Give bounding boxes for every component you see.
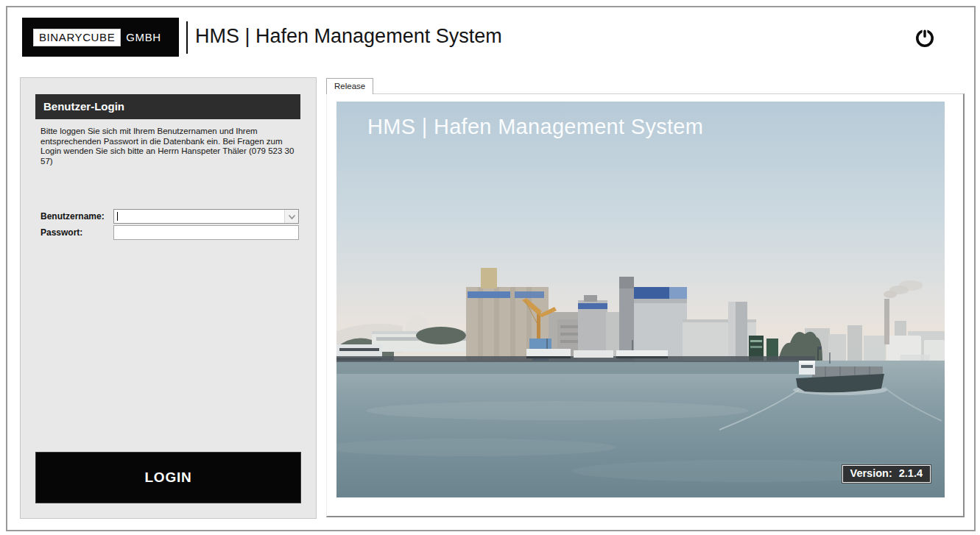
username-dropdown-button[interactable]: [284, 210, 298, 223]
login-instructions: Bitte loggen Sie sich mit Ihrem Benutzer…: [40, 127, 301, 166]
login-button[interactable]: LOGIN: [35, 452, 301, 503]
version-label: Version:: [850, 467, 892, 479]
login-panel-title: Benutzer-Login: [35, 94, 300, 119]
tab-release[interactable]: Release: [326, 78, 373, 94]
power-icon: [914, 40, 936, 52]
logo-primary-text: BINARYCUBE: [33, 29, 121, 46]
username-input[interactable]: [114, 210, 284, 223]
username-label: Benutzername:: [40, 211, 105, 222]
username-combobox[interactable]: [113, 209, 299, 224]
hero-overlay-title: HMS | Hafen Management System: [367, 115, 703, 139]
password-label: Passwort:: [40, 227, 82, 238]
page-title: HMS | Hafen Management System: [195, 25, 502, 48]
version-badge: Version: 2.1.4: [842, 465, 931, 483]
hero-image: HMS | Hafen Management System Version: 2…: [336, 102, 945, 497]
version-value: 2.1.4: [899, 467, 923, 479]
logo-secondary-text: GMBH: [126, 31, 161, 43]
harbor-photo: [336, 102, 945, 497]
release-tab-content: HMS | Hafen Management System Version: 2…: [326, 93, 965, 517]
company-logo: BINARYCUBE GMBH: [22, 18, 179, 57]
logout-power-button[interactable]: [914, 27, 936, 49]
header-divider: [186, 21, 188, 54]
login-panel: Benutzer-Login Bitte loggen Sie sich mit…: [20, 77, 317, 519]
password-input[interactable]: [113, 225, 299, 240]
chevron-down-icon: [288, 211, 296, 222]
app-frame: BINARYCUBE GMBH HMS | Hafen Management S…: [6, 6, 976, 531]
